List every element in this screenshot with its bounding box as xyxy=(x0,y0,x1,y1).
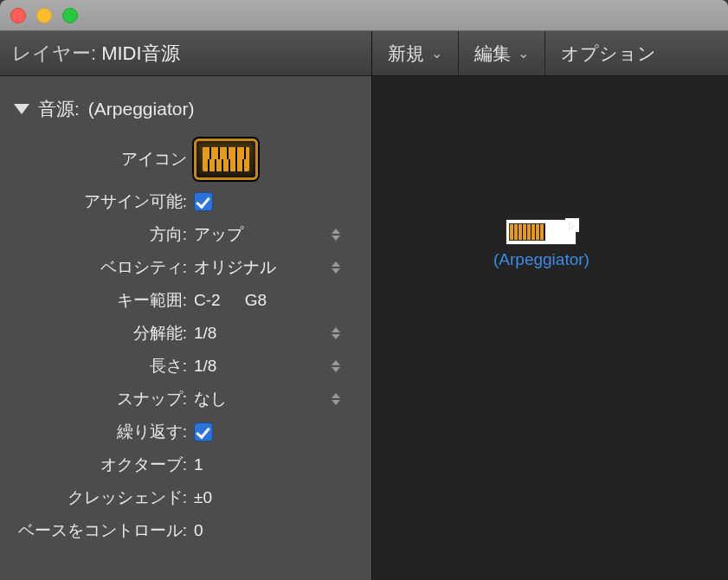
keyboard-icon xyxy=(509,223,545,241)
up-down-stepper[interactable] xyxy=(332,261,340,274)
close-icon[interactable] xyxy=(10,8,26,23)
up-down-stepper[interactable] xyxy=(332,229,340,241)
param-basecontrol-row: ベースをコントロール: 0 xyxy=(0,514,371,547)
assignable-label: アサイン可能: xyxy=(5,190,194,213)
resolution-value[interactable]: 1/8 xyxy=(194,324,366,343)
keyboard-icon xyxy=(203,147,249,171)
arpeggiator-node[interactable]: ▷ (Arpeggiator) xyxy=(493,219,589,269)
keyrange-value[interactable]: C-2 G8 xyxy=(194,291,366,310)
velocity-value[interactable]: オリジナル xyxy=(194,256,366,279)
window-traffic-lights xyxy=(10,8,78,23)
chevron-down-icon: ⌄ xyxy=(518,45,529,61)
param-assignable-row: アサイン可能: xyxy=(0,185,371,218)
section-header[interactable]: 音源: (Arpeggiator) xyxy=(0,76,371,133)
param-velocity-row: ベロシティ: オリジナル xyxy=(0,251,371,284)
repeat-checkbox[interactable] xyxy=(194,422,213,441)
section-name: (Arpeggiator) xyxy=(88,99,195,119)
param-length-row: 長さ: 1/8 xyxy=(0,350,371,383)
canvas[interactable]: ▷ (Arpeggiator) xyxy=(372,76,728,580)
layer-value: MIDI音源 xyxy=(101,41,179,67)
param-octave-row: オクターブ: 1 xyxy=(0,448,371,481)
param-repeat-row: 繰り返す: xyxy=(0,416,371,448)
toolbar: 新規 ⌄ 編集 ⌄ オプション xyxy=(372,31,728,76)
node-label: (Arpeggiator) xyxy=(493,250,589,269)
chevron-down-icon: ⌄ xyxy=(431,45,442,61)
new-menu-button[interactable]: 新規 ⌄ xyxy=(372,31,459,76)
param-crescendo-row: クレッシェンド: ±0 xyxy=(0,481,371,514)
param-icon-row: アイコン xyxy=(0,133,371,185)
assignable-checkbox[interactable] xyxy=(194,192,213,211)
minimize-icon[interactable] xyxy=(36,8,52,23)
param-keyrange-row: キー範囲: C-2 G8 xyxy=(0,284,371,317)
disclosure-triangle-icon[interactable] xyxy=(14,104,29,114)
options-menu-button[interactable]: オプション xyxy=(545,31,672,76)
direction-value[interactable]: アップ xyxy=(194,223,366,246)
param-resolution-row: 分解能: 1/8 xyxy=(0,317,371,350)
repeat-label: 繰り返す: xyxy=(5,421,194,443)
edit-menu-button[interactable]: 編集 ⌄ xyxy=(459,31,545,76)
icon-selector[interactable] xyxy=(194,139,258,180)
direction-label: 方向: xyxy=(5,223,194,246)
node-output-icon[interactable]: ▷ xyxy=(565,218,579,232)
length-label: 長さ: xyxy=(5,355,194,377)
resolution-label: 分解能: xyxy=(5,322,194,345)
layer-label: レイヤー: xyxy=(12,41,96,67)
layer-header[interactable]: レイヤー: MIDI音源 xyxy=(0,31,371,76)
basecontrol-value[interactable]: 0 xyxy=(194,521,366,540)
basecontrol-label: ベースをコントロール: xyxy=(5,519,194,542)
velocity-label: ベロシティ: xyxy=(5,256,194,279)
up-down-stepper[interactable] xyxy=(332,393,340,405)
snap-value[interactable]: なし xyxy=(194,388,366,410)
up-down-stepper[interactable] xyxy=(332,360,340,372)
window-titlebar xyxy=(0,0,728,31)
octave-label: オクターブ: xyxy=(5,454,194,476)
section-label: 音源: xyxy=(38,97,80,121)
node-object-box[interactable]: ▷ xyxy=(506,219,577,245)
keyrange-label: キー範囲: xyxy=(5,289,194,312)
crescendo-label: クレッシェンド: xyxy=(5,487,194,509)
snap-label: スナップ: xyxy=(5,388,194,410)
zoom-icon[interactable] xyxy=(62,8,78,23)
crescendo-value[interactable]: ±0 xyxy=(194,488,366,507)
icon-label: アイコン xyxy=(5,148,194,171)
param-direction-row: 方向: アップ xyxy=(0,218,371,251)
octave-value[interactable]: 1 xyxy=(194,455,366,474)
environment-canvas-area: 新規 ⌄ 編集 ⌄ オプション ▷ (Arpeggiator) xyxy=(372,31,728,580)
length-value[interactable]: 1/8 xyxy=(194,357,366,376)
up-down-stepper[interactable] xyxy=(332,327,340,339)
inspector-sidebar: レイヤー: MIDI音源 音源: (Arpeggiator) アイコン アサイン… xyxy=(0,31,372,580)
param-snap-row: スナップ: なし xyxy=(0,383,371,416)
